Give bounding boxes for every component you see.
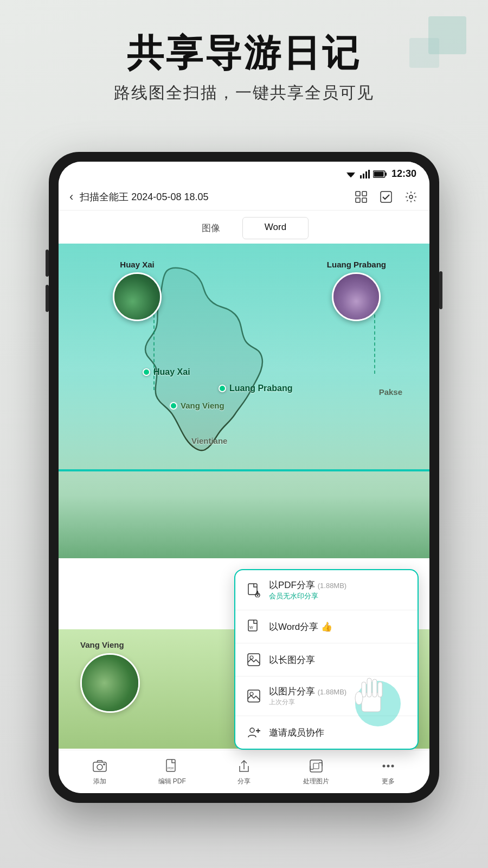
pin-vang-vieng-label: Vang Vieng [181, 401, 224, 410]
nav-more-label: 更多 [382, 777, 395, 786]
svg-rect-8 [374, 171, 383, 176]
more-icon [380, 757, 397, 775]
battery-icon [373, 170, 387, 178]
huay-xai-label: Huay Xai [120, 260, 154, 269]
phone-frame: 12:30 ‹ 扫描全能王 2024-05-08 18.05 [49, 152, 439, 803]
huay-xai-photo: Huay Xai [113, 260, 162, 321]
share-word-item[interactable]: W 以Word分享 👍 [235, 610, 418, 643]
hero-subtitle: 路线图全扫描，一键共享全员可见 [0, 82, 488, 104]
settings-icon[interactable] [403, 189, 419, 205]
pin-vientiane-label: Vientiane [191, 436, 227, 445]
tab-bar: 图像 Word [59, 210, 429, 244]
wifi-icon [345, 170, 357, 178]
nav-share-label: 分享 [237, 777, 251, 786]
svg-point-23 [250, 728, 254, 732]
svg-point-22 [250, 692, 253, 695]
huay-xai-circle [113, 272, 162, 321]
phone-screen: 12:30 ‹ 扫描全能王 2024-05-08 18.05 [59, 162, 429, 793]
nav-add-label: 添加 [93, 777, 106, 786]
status-icons [345, 170, 387, 178]
scan-line [59, 469, 429, 471]
vang-vieng-bottom-label: Vang Vieng [80, 640, 124, 649]
svg-point-20 [250, 656, 253, 659]
pin-luang-prabang: Luang Prabang [219, 384, 292, 393]
nav-process-image-label: 处理图片 [303, 777, 329, 786]
pdf-edit-icon: PDF [163, 757, 181, 775]
nav-edit-pdf[interactable]: PDF 编辑 PDF [136, 757, 208, 786]
tab-image[interactable]: 图像 [179, 217, 242, 239]
svg-point-14 [409, 195, 413, 199]
share-word-text: 以Word分享 👍 [269, 621, 407, 633]
share-pdf-item[interactable]: 以PDF分享 (1.88MB) 会员无水印分享 [235, 570, 418, 610]
svg-point-43 [391, 765, 394, 768]
pin-huay-xai-label: Huay Xai [153, 367, 190, 377]
svg-rect-9 [356, 192, 360, 196]
svg-rect-39 [310, 760, 322, 772]
share-long-image-icon [246, 652, 261, 667]
svg-text:PDF: PDF [168, 767, 174, 770]
pin-luang-prabang-label: Luang Prabang [229, 384, 292, 393]
svg-rect-2 [360, 175, 362, 178]
process-image-icon [307, 757, 325, 775]
svg-marker-1 [348, 174, 354, 177]
svg-rect-15 [248, 584, 257, 595]
power-button [439, 271, 442, 309]
svg-rect-29 [367, 678, 371, 697]
svg-rect-40 [313, 763, 319, 769]
pin-vang-vieng: Vang Vieng [170, 401, 224, 410]
grid-icon[interactable] [354, 189, 369, 205]
back-button[interactable]: ‹ [69, 190, 73, 204]
nav-more[interactable]: 更多 [352, 757, 424, 786]
share-word-icon: W [246, 619, 261, 634]
svg-rect-5 [368, 170, 370, 178]
pin-pakse: Pakse [379, 387, 402, 397]
nav-process-image[interactable]: 处理图片 [280, 757, 352, 786]
svg-rect-7 [385, 173, 387, 176]
status-bar: 12:30 [59, 162, 429, 184]
nav-add[interactable]: 添加 [64, 757, 136, 786]
vang-vieng-photo-circle [80, 653, 140, 713]
svg-rect-4 [365, 171, 367, 178]
hero-title: 共享导游日记 [127, 33, 361, 73]
svg-rect-3 [363, 174, 364, 178]
nav-edit-pdf-label: 编辑 PDF [158, 777, 186, 786]
tab-word[interactable]: Word [242, 217, 309, 239]
camera-add-icon [91, 757, 108, 775]
header-icons [354, 189, 419, 205]
luang-prabang-photo: Luang Prabang [327, 260, 386, 321]
app-header: ‹ 扫描全能王 2024-05-08 18.05 [59, 184, 429, 210]
document-title: 扫描全能王 2024-05-08 18.05 [80, 190, 354, 203]
luang-prabang-label: Luang Prabang [327, 260, 386, 269]
bottom-nav: 添加 PDF 编辑 PDF [59, 750, 429, 793]
svg-point-32 [355, 692, 363, 705]
share-image-icon [246, 688, 261, 704]
cursor-hand [337, 663, 402, 728]
share-pdf-icon [246, 583, 261, 598]
share-pdf-text: 以PDF分享 (1.88MB) 会员无水印分享 [269, 579, 407, 601]
svg-rect-10 [362, 192, 367, 196]
svg-point-34 [97, 764, 102, 770]
nav-share[interactable]: 分享 [208, 757, 280, 786]
svg-rect-31 [378, 682, 382, 697]
svg-rect-13 [381, 192, 391, 202]
svg-text:W: W [249, 626, 253, 629]
map-area: Huay Xai Luang Prabang Huay Xai [59, 244, 429, 558]
volume-up-button [46, 250, 49, 277]
phone-wrapper: 12:30 ‹ 扫描全能王 2024-05-08 18.05 [49, 152, 439, 803]
invite-member-icon [246, 725, 261, 740]
svg-rect-11 [356, 198, 360, 202]
share-icon [235, 757, 253, 775]
status-time: 12:30 [391, 168, 416, 180]
svg-point-41 [382, 765, 385, 768]
svg-rect-21 [248, 690, 260, 702]
pin-pakse-label: Pakse [379, 387, 402, 397]
volume-down-button [46, 285, 49, 312]
luang-prabang-circle [332, 272, 381, 321]
checkbox-icon[interactable] [378, 189, 394, 205]
pin-vientiane: Vientiane [191, 436, 227, 445]
svg-rect-12 [362, 198, 367, 202]
signal-icon [360, 170, 370, 178]
svg-rect-30 [373, 679, 377, 697]
svg-rect-19 [248, 654, 260, 666]
hero-section: 共享导游日记 路线图全扫描，一键共享全员可见 [0, 33, 488, 104]
